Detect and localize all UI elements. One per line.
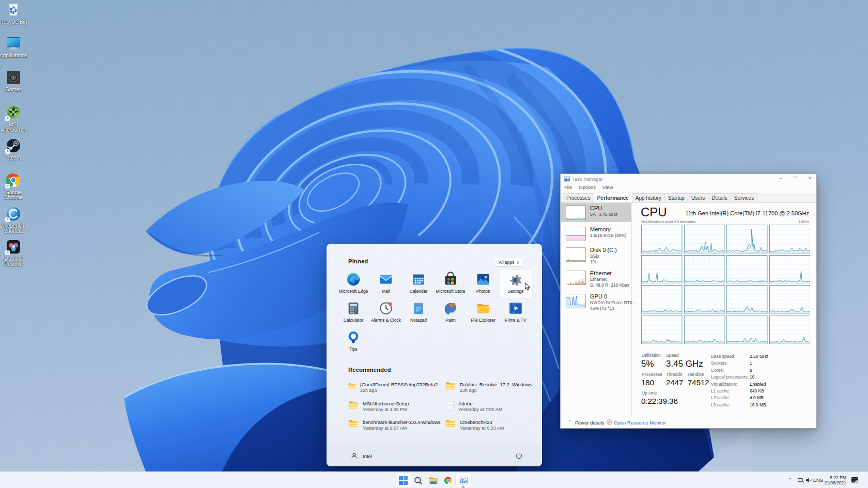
svg-text:1: 1: [856, 481, 858, 483]
